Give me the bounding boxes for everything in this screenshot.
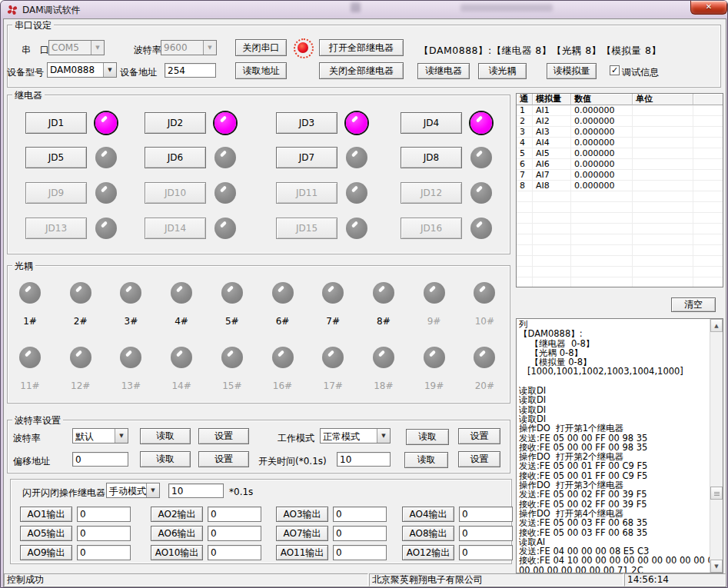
ao-output-input[interactable] xyxy=(333,545,387,560)
relay-button[interactable]: JD14 xyxy=(145,218,206,239)
table-row-empty[interactable] xyxy=(517,267,723,277)
ao-output-button[interactable]: AO2输出 xyxy=(151,507,203,522)
baud-read-button[interactable]: 读取 xyxy=(140,428,191,444)
relay-button[interactable]: JD1 xyxy=(25,112,87,134)
offset-set-button[interactable]: 设置 xyxy=(198,451,249,467)
switch-time-set-button[interactable]: 设置 xyxy=(458,451,500,467)
switch-time-read-button[interactable]: 读取 xyxy=(404,452,448,468)
relay-button[interactable]: JD2 xyxy=(145,112,206,134)
chevron-down-icon[interactable] xyxy=(203,41,216,55)
ao-output-input[interactable] xyxy=(459,507,513,522)
baudrate-combo[interactable]: 9600 xyxy=(161,40,217,55)
scroll-up-icon[interactable] xyxy=(710,319,723,332)
relay-button[interactable]: JD8 xyxy=(401,147,462,168)
table-row-empty[interactable] xyxy=(517,202,723,213)
open-all-relays-button[interactable]: 打开全部继电器 xyxy=(319,39,404,56)
table-row[interactable]: 6 AI6 0.000000 xyxy=(517,159,723,170)
ao-output-button[interactable]: AO4输出 xyxy=(402,507,454,522)
ao-output-button[interactable]: AO8输出 xyxy=(402,526,454,541)
chevron-down-icon[interactable] xyxy=(377,429,390,443)
read-opto-button[interactable]: 读光耦 xyxy=(478,63,527,79)
ao-output-input[interactable] xyxy=(208,545,261,560)
table-row[interactable]: 2 AI2 0.000000 xyxy=(517,116,723,127)
ao-output-input[interactable] xyxy=(333,507,387,522)
debug-info-checkbox[interactable] xyxy=(610,65,620,75)
ao-output-button[interactable]: AO11输出 xyxy=(276,545,328,560)
relay-button[interactable]: JD11 xyxy=(276,182,337,204)
ao-output-button[interactable]: AO12输出 xyxy=(402,545,454,560)
chevron-down-icon[interactable] xyxy=(91,41,104,55)
ao-output-button[interactable]: AO1输出 xyxy=(20,507,72,522)
table-row-empty[interactable] xyxy=(517,277,723,287)
baud-set-combo[interactable]: 默认 xyxy=(72,428,128,443)
work-mode-read-button[interactable]: 读取 xyxy=(406,429,449,445)
ao-output-button[interactable]: AO6输出 xyxy=(151,526,203,541)
close-button[interactable] xyxy=(690,1,727,15)
table-row-empty[interactable] xyxy=(517,245,723,256)
clear-log-button[interactable]: 清空 xyxy=(671,297,716,312)
table-row[interactable]: 5 AI5 0.000000 xyxy=(517,148,723,159)
ao-output-input[interactable] xyxy=(459,526,513,541)
ao-output-input[interactable] xyxy=(208,526,261,541)
work-mode-combo[interactable]: 正常模式 xyxy=(320,428,391,443)
device-address-input[interactable] xyxy=(165,63,216,78)
ao-output-button[interactable]: AO10输出 xyxy=(151,545,203,560)
chevron-down-icon[interactable] xyxy=(103,63,116,77)
relay-button[interactable]: JD5 xyxy=(25,147,87,168)
ao-output-input[interactable] xyxy=(333,526,387,541)
table-row-empty[interactable] xyxy=(517,213,723,224)
table-row-empty[interactable] xyxy=(517,191,723,202)
relay-button[interactable]: JD10 xyxy=(145,182,206,204)
relay-button[interactable]: JD3 xyxy=(276,112,337,134)
read-relay-button[interactable]: 读继电器 xyxy=(417,63,470,79)
ao-output-button[interactable]: AO9输出 xyxy=(20,545,72,560)
read-analog-button[interactable]: 读模拟量 xyxy=(547,63,597,79)
relay-button[interactable]: JD7 xyxy=(276,147,337,168)
table-row[interactable]: 4 AI4 0.000000 xyxy=(517,138,723,148)
log-scrollbar[interactable] xyxy=(710,319,723,573)
relay-button[interactable]: JD13 xyxy=(25,218,87,239)
analog-table-header-value[interactable]: 数值 xyxy=(571,94,633,105)
table-row[interactable]: 1 AI1 0.000000 xyxy=(517,105,723,116)
table-row-empty[interactable] xyxy=(517,234,723,245)
table-row[interactable]: 3 AI3 0.000000 xyxy=(517,127,723,138)
close-serial-button[interactable]: 关闭串口 xyxy=(235,39,287,56)
relay-button[interactable]: JD6 xyxy=(145,147,206,168)
analog-table-header-unit[interactable]: 单位 xyxy=(633,94,693,105)
close-all-relays-button[interactable]: 关闭全部继电器 xyxy=(319,62,404,79)
table-row-empty[interactable] xyxy=(517,256,723,267)
ao-output-input[interactable] xyxy=(208,507,261,522)
table-row[interactable]: 7 AI7 0.000000 xyxy=(517,170,723,181)
ao-output-button[interactable]: AO5输出 xyxy=(20,526,72,541)
offset-address-input[interactable] xyxy=(72,452,128,467)
read-address-button[interactable]: 读取地址 xyxy=(235,62,287,79)
ao-output-input[interactable] xyxy=(77,507,131,522)
analog-table-header-name[interactable]: 模拟量 xyxy=(533,94,571,105)
relay-button[interactable]: JD4 xyxy=(401,112,462,134)
table-row[interactable]: 8 AI8 0.000000 xyxy=(517,181,723,191)
chevron-down-icon[interactable] xyxy=(115,429,128,443)
device-model-combo[interactable]: DAM0888 xyxy=(47,62,117,78)
scroll-down-icon[interactable] xyxy=(710,560,723,573)
relay-cell: JD16 xyxy=(401,218,492,239)
ao-output-button[interactable]: AO3输出 xyxy=(276,507,328,522)
com-port-combo[interactable]: COM5 xyxy=(48,40,105,55)
analog-table-header-channel[interactable]: 通 xyxy=(517,94,533,105)
ao-output-input[interactable] xyxy=(459,545,513,560)
ao-output-input[interactable] xyxy=(77,545,131,560)
switch-time-input[interactable] xyxy=(337,452,391,467)
work-mode-set-button[interactable]: 设置 xyxy=(458,428,500,444)
offset-read-button[interactable]: 读取 xyxy=(140,451,191,467)
flash-mode-combo[interactable]: 手动模式 xyxy=(106,483,160,498)
flash-time-input[interactable] xyxy=(168,483,224,498)
table-row-empty[interactable] xyxy=(517,224,723,234)
relay-button[interactable]: JD15 xyxy=(276,218,337,239)
scroll-thumb[interactable] xyxy=(710,487,723,500)
ao-output-input[interactable] xyxy=(77,526,131,541)
relay-button[interactable]: JD16 xyxy=(401,218,462,239)
baud-set-button[interactable]: 设置 xyxy=(198,428,249,444)
relay-button[interactable]: JD9 xyxy=(25,182,87,204)
relay-button[interactable]: JD12 xyxy=(401,182,462,204)
ao-output-button[interactable]: AO7输出 xyxy=(276,526,328,541)
chevron-down-icon[interactable] xyxy=(146,483,159,497)
